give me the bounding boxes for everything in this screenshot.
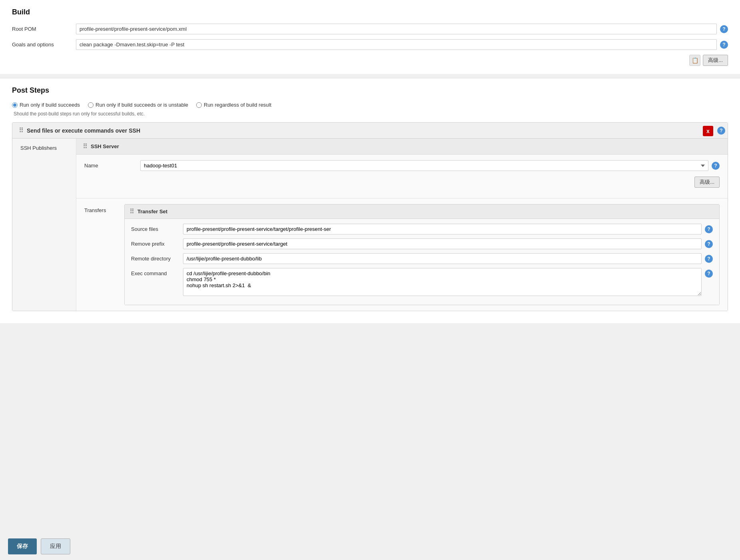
- transfer-set-panel: ⠿ Transfer Set Source files ?: [124, 204, 720, 305]
- ssh-publishers-label: SSH Publishers: [12, 139, 76, 311]
- drag-handle-icon[interactable]: ⠿: [19, 127, 24, 134]
- radio-run-unstable-label: Run only if build succeeds or is unstabl…: [95, 102, 188, 108]
- root-pom-input[interactable]: [76, 24, 717, 34]
- radio-run-always-label: Run regardless of build result: [204, 102, 271, 108]
- transfers-content: Transfers ⠿ Transfer Set: [84, 204, 720, 305]
- root-pom-row: Root POM ?: [12, 24, 728, 34]
- ssh-panel-title: Send files or execute commands over SSH: [27, 127, 140, 134]
- radio-run-unstable[interactable]: Run only if build succeeds or is unstabl…: [88, 102, 188, 108]
- ssh-panel-header: ⠿ Send files or execute commands over SS…: [12, 123, 728, 139]
- remote-directory-help-icon[interactable]: ?: [705, 255, 713, 263]
- ssh-panel: ⠿ Send files or execute commands over SS…: [12, 122, 728, 311]
- source-files-label: Source files: [131, 226, 183, 232]
- radio-run-always[interactable]: Run regardless of build result: [196, 102, 271, 108]
- ssh-server-drag-handle[interactable]: ⠿: [83, 143, 88, 150]
- ssh-name-select[interactable]: hadoop-test01: [140, 160, 708, 171]
- ssh-advanced-btn[interactable]: 高级...: [694, 177, 720, 188]
- remote-directory-row: Remote directory ?: [131, 253, 713, 264]
- bottom-bar: 保存 应用: [0, 533, 78, 560]
- build-advanced-btn[interactable]: 高级...: [703, 55, 728, 66]
- exec-command-help-icon[interactable]: ?: [705, 270, 713, 278]
- exec-command-label: Exec command: [131, 268, 183, 276]
- source-files-row: Source files ?: [131, 224, 713, 234]
- save-button[interactable]: 保存: [8, 538, 37, 554]
- ssh-server-header: ⠿ SSH Server: [76, 139, 728, 155]
- ssh-delete-btn[interactable]: x: [703, 126, 713, 136]
- build-title: Build: [12, 8, 728, 16]
- ssh-server-panel: ⠿ SSH Server Name hadoop-test01 ?: [76, 139, 728, 311]
- remote-directory-label: Remote directory: [131, 256, 183, 262]
- ssh-name-help-icon[interactable]: ?: [712, 162, 720, 170]
- ssh-panel-help-icon[interactable]: ?: [717, 127, 725, 135]
- transfer-set-body: Source files ? Remove prefix: [125, 219, 719, 305]
- root-pom-label: Root POM: [12, 26, 76, 32]
- remote-directory-input[interactable]: [183, 253, 702, 264]
- post-steps-title: Post Steps: [12, 86, 728, 95]
- radio-run-success-label: Run only if build succeeds: [20, 102, 80, 108]
- root-pom-help-icon[interactable]: ?: [720, 25, 728, 33]
- radio-run-success[interactable]: Run only if build succeeds: [12, 102, 80, 108]
- transfers-section: Transfers ⠿ Transfer Set: [76, 198, 728, 311]
- apply-button[interactable]: 应用: [41, 538, 70, 554]
- ssh-name-label: Name: [84, 163, 140, 169]
- post-steps-section: Post Steps Run only if build succeeds Ru…: [0, 78, 740, 323]
- post-steps-radio-group: Run only if build succeeds Run only if b…: [12, 102, 728, 108]
- source-files-input[interactable]: [183, 224, 702, 234]
- remove-prefix-input[interactable]: [183, 238, 702, 249]
- ssh-name-row: Name hadoop-test01 ?: [84, 160, 720, 171]
- source-files-help-icon[interactable]: ?: [705, 225, 713, 233]
- ssh-server-title: SSH Server: [91, 143, 119, 149]
- ssh-advanced-row: 高级...: [84, 177, 720, 188]
- edit-icon-btn[interactable]: 📋: [689, 55, 700, 66]
- exec-command-textarea[interactable]: cd /usr/lijie/profile-present-dubbo/bin …: [183, 268, 702, 296]
- post-steps-hint: Should the post-build steps run only for…: [14, 111, 728, 117]
- transfer-set-title: Transfer Set: [137, 209, 167, 214]
- remove-prefix-row: Remove prefix ?: [131, 238, 713, 249]
- ssh-server-body: Name hadoop-test01 ? 高级...: [76, 155, 728, 198]
- transfer-set-drag-handle[interactable]: ⠿: [129, 208, 134, 215]
- build-toolbar: 📋 高级...: [12, 55, 728, 66]
- goals-options-help-icon[interactable]: ?: [720, 41, 728, 49]
- goals-options-row: Goals and options ?: [12, 39, 728, 50]
- build-section: Build Root POM ? Goals and options ? 📋 高…: [0, 0, 740, 74]
- remove-prefix-help-icon[interactable]: ?: [705, 240, 713, 248]
- goals-options-label: Goals and options: [12, 42, 76, 48]
- goals-options-input[interactable]: [76, 39, 717, 50]
- remove-prefix-label: Remove prefix: [131, 241, 183, 247]
- transfer-set-header: ⠿ Transfer Set: [125, 205, 719, 219]
- exec-command-row: Exec command cd /usr/lijie/profile-prese…: [131, 268, 713, 296]
- ssh-content: SSH Publishers ⠿ SSH Server Name: [12, 139, 728, 311]
- transfers-label: Transfers: [84, 204, 124, 213]
